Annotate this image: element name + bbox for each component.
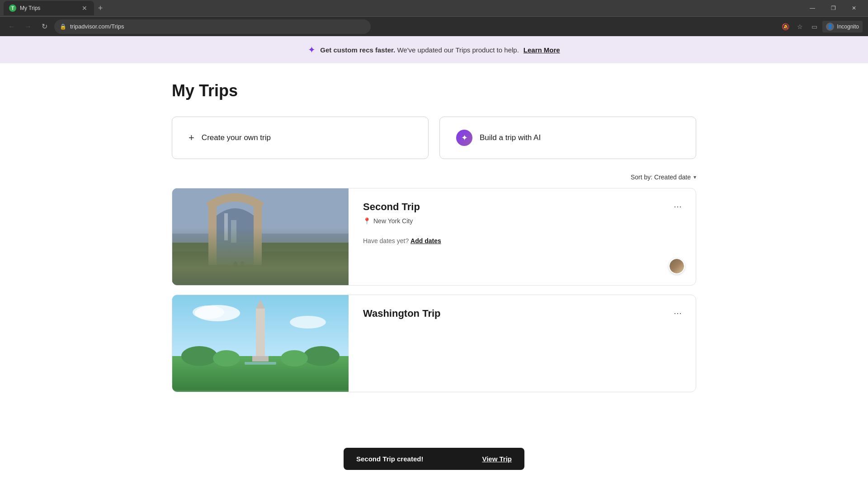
- nyc-illustration: [172, 188, 349, 283]
- trip-location-second: 📍 New York City: [363, 217, 681, 225]
- toast-trip-name: Second Trip: [356, 455, 395, 463]
- toast-suffix: created!: [395, 455, 424, 463]
- trip-dates-label-second: Have dates yet?: [363, 237, 409, 244]
- minimize-button[interactable]: —: [802, 0, 823, 16]
- main-content: My Trips + Create your own trip ✦ Build …: [118, 63, 750, 419]
- svg-rect-2: [172, 243, 349, 283]
- svg-point-8: [233, 262, 238, 269]
- new-tab-button[interactable]: +: [94, 2, 107, 14]
- svg-rect-10: [172, 267, 349, 283]
- ai-icon: ✦: [456, 130, 472, 146]
- trip-info-washington: ⋯ Washington Trip: [349, 295, 696, 392]
- profile-avatar-icon: 👤: [826, 23, 834, 31]
- create-ai-trip-card[interactable]: ✦ Build a trip with AI: [439, 117, 696, 159]
- tab-favicon: T: [9, 5, 16, 12]
- svg-point-22: [303, 346, 340, 366]
- trip-create-row: + Create your own trip ✦ Build a trip wi…: [172, 117, 696, 159]
- dc-illustration: [172, 295, 349, 390]
- trip-info-second-trip: ⋯ Second Trip 📍 New York City Have dates…: [349, 188, 696, 285]
- announcement-banner: ✦ Get custom recs faster. We've updated …: [0, 36, 868, 63]
- view-trip-link[interactable]: View Trip: [482, 455, 512, 463]
- browser-titlebar: T My Trips ✕ + — ❐ ✕: [0, 0, 868, 16]
- tab-title: My Trips: [20, 5, 77, 11]
- svg-point-15: [290, 316, 326, 328]
- svg-point-21: [181, 346, 217, 366]
- tab-close-button[interactable]: ✕: [80, 4, 89, 12]
- profile-button[interactable]: 👤 Incognito: [822, 21, 863, 33]
- create-own-trip-card[interactable]: + Create your own trip: [172, 117, 429, 159]
- sort-button[interactable]: Sort by: Created date ▾: [631, 174, 696, 181]
- banner-sparkle-icon: ✦: [308, 44, 316, 55]
- trip-image-second-trip: [172, 188, 349, 285]
- trip-dates-second: Have dates yet? Add dates: [363, 237, 681, 244]
- banner-learn-more-link[interactable]: Learn More: [524, 46, 560, 54]
- browser-chrome: T My Trips ✕ + — ❐ ✕ ← → ↻ 🔒 tripadvisor…: [0, 0, 868, 36]
- browser-tab[interactable]: T My Trips ✕: [4, 1, 94, 15]
- refresh-button[interactable]: ↻: [38, 20, 51, 33]
- sort-row: Sort by: Created date ▾: [172, 174, 696, 181]
- create-own-trip-label: Create your own trip: [202, 133, 271, 142]
- add-dates-link-second[interactable]: Add dates: [410, 237, 441, 244]
- trip-card-washington[interactable]: ⋯ Washington Trip: [172, 295, 696, 392]
- page-title: My Trips: [172, 81, 696, 100]
- svg-rect-11: [172, 188, 349, 283]
- trip-image-washington: [172, 295, 349, 392]
- svg-point-23: [213, 350, 240, 366]
- profile-label: Incognito: [837, 23, 859, 30]
- browser-toolbar: ← → ↻ 🔒 tripadvisor.com/Trips 🔕 ☆ ▭ 👤 In…: [0, 16, 868, 36]
- trip-menu-button-second[interactable]: ⋯: [670, 199, 685, 214]
- svg-rect-20: [245, 362, 276, 365]
- avatar-image-second: [670, 259, 684, 273]
- url-text: tripadvisor.com/Trips: [70, 23, 365, 30]
- svg-rect-3: [172, 252, 349, 283]
- chevron-down-icon: ▾: [693, 174, 696, 180]
- page-content: ✦ Get custom recs faster. We've updated …: [0, 36, 868, 443]
- svg-point-9: [241, 261, 244, 267]
- trip-name-second: Second Trip: [363, 201, 681, 213]
- shield-icon[interactable]: 🔕: [779, 20, 792, 33]
- trip-avatar-second: [669, 258, 685, 274]
- toast-message: Second Trip created!: [356, 455, 473, 463]
- toolbar-right: 🔕 ☆ ▭ 👤 Incognito: [779, 20, 863, 33]
- trip-city-second: New York City: [373, 217, 413, 225]
- nyc-scene: [172, 188, 349, 285]
- maximize-button[interactable]: ❐: [823, 0, 844, 16]
- window-controls: — ❐ ✕: [802, 0, 864, 16]
- svg-point-24: [281, 350, 308, 366]
- banner-bold-text: Get custom recs faster.: [320, 46, 395, 54]
- star-icon[interactable]: ☆: [793, 20, 806, 33]
- toast-notification: Second Trip created! View Trip: [344, 448, 524, 470]
- banner-message: Get custom recs faster. We've updated ou…: [320, 46, 519, 54]
- sidebar-icon[interactable]: ▭: [808, 20, 821, 33]
- address-bar[interactable]: 🔒 tripadvisor.com/Trips: [54, 19, 371, 34]
- trip-menu-button-washington[interactable]: ⋯: [670, 306, 685, 320]
- trip-name-washington: Washington Trip: [363, 308, 681, 319]
- svg-point-14: [193, 305, 224, 319]
- trip-card-second-trip[interactable]: ⋯ Second Trip 📍 New York City Have dates…: [172, 188, 696, 286]
- location-pin-icon: 📍: [363, 217, 371, 225]
- sort-label: Sort by: Created date: [631, 174, 691, 181]
- forward-button[interactable]: →: [22, 20, 34, 33]
- lock-icon: 🔒: [60, 23, 66, 30]
- create-ai-trip-label: Build a trip with AI: [480, 133, 541, 142]
- close-button[interactable]: ✕: [844, 0, 864, 16]
- svg-rect-17: [256, 309, 265, 358]
- dc-scene: [172, 295, 349, 392]
- plus-icon: +: [189, 132, 194, 144]
- svg-rect-19: [252, 356, 269, 361]
- banner-normal-text: We've updated our Trips product to help.: [397, 46, 519, 54]
- back-button[interactable]: ←: [5, 20, 18, 33]
